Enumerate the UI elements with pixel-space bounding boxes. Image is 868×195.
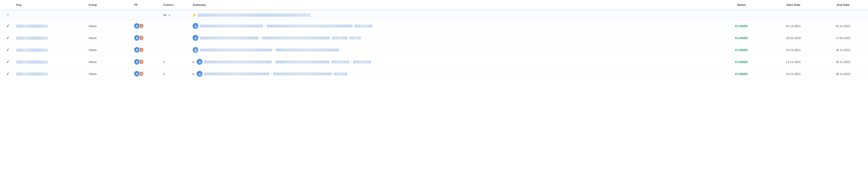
group-end-cell [818, 10, 868, 20]
row1-count [160, 20, 190, 32]
row5-start-date: 10.11.2021 [769, 68, 818, 80]
row4-end-date-text: 26.11.2021 [836, 60, 850, 64]
row4-summary-part2 [275, 61, 330, 64]
row2-tp: ● [131, 32, 160, 44]
table-row: ✓ Atlass ● [0, 56, 868, 68]
row4-tp: ● [131, 56, 160, 68]
row4-count-value: 2 [163, 60, 165, 64]
row4-key-blurred [16, 61, 48, 64]
row1-summary-part1 [200, 25, 263, 28]
row4-check: ✓ [0, 56, 13, 68]
row1-start-date: 01.12.2021 [769, 20, 818, 32]
col-count-label: Count L [163, 3, 174, 6]
col-header-tp: TP [131, 0, 160, 10]
jira-summary-icon [198, 72, 201, 75]
row1-check: ✓ [0, 20, 13, 32]
col-summary-label: Summary [193, 3, 206, 6]
checkmark-icon: ✓ [6, 48, 9, 52]
row2-summary-part1 [200, 37, 258, 39]
group-key-cell [13, 10, 86, 20]
table-header-row: Key Comp TP Count L Summary [0, 0, 868, 10]
group-status-cell [714, 10, 769, 20]
row1-key[interactable] [13, 20, 86, 32]
col-start-label: Start Date [786, 3, 800, 6]
col-tp-label: TP [134, 3, 138, 6]
row1-summary: • [190, 20, 714, 32]
row2-status-badge: CLOSED [735, 36, 748, 40]
row1-summary-part3 [354, 25, 373, 28]
row5-key-blurred [16, 72, 48, 76]
row1-end-date-text: 01.12.2021 [836, 24, 850, 28]
row4-end-date: 26.11.2021 [818, 56, 868, 68]
svg-point-7 [199, 61, 200, 62]
row1-status-badge: CLOSED [735, 24, 748, 28]
row1-comp-text: Atlass [89, 24, 96, 28]
row2-start-date-text: 15.02.2022 [786, 36, 801, 40]
svg-point-12 [199, 73, 200, 74]
jira-icon [135, 24, 138, 28]
row2-key[interactable] [13, 32, 86, 44]
row1-summary-icon [193, 23, 198, 29]
row2-summary-part3 [332, 37, 348, 39]
row4-summary-part3 [331, 61, 349, 64]
row4-summary-part1 [204, 61, 272, 64]
row5-check: ✓ [0, 68, 13, 80]
row5-summary-part3 [334, 72, 347, 75]
row3-summary-part2 [276, 48, 339, 51]
col-end-label: End Date [837, 3, 849, 6]
row4-summary-part4 [353, 61, 371, 64]
row2-summary-icon [193, 35, 198, 41]
row5-expand-arrow[interactable]: ▶ [193, 72, 194, 75]
col-header-status: Status [714, 0, 769, 10]
jira-summary-icon [194, 37, 197, 39]
data-table: Key Comp TP Count L Summary [0, 0, 868, 80]
row2-status: CLOSED [714, 32, 769, 44]
row2-start-date: 15.02.2022 [769, 32, 818, 44]
checkmark-icon: ✓ [6, 36, 9, 40]
col-header-count: Count L [160, 0, 190, 10]
row4-comp-text: Atlass [89, 60, 96, 64]
jira-icon [135, 48, 138, 51]
row5-key[interactable] [13, 68, 86, 80]
row3-comp-text: Atlass [89, 48, 96, 52]
row2-summary: • [190, 32, 714, 44]
row5-comp: Atlass [86, 68, 131, 80]
group-tp-cell [131, 10, 160, 20]
group-check-cell: ✳ [0, 10, 13, 20]
svg-point-1 [195, 25, 196, 26]
group-summary-cell: 📁 [190, 10, 714, 20]
row3-summary: • [190, 44, 714, 56]
col-header-start-date: Start Date [769, 0, 818, 10]
row4-count: 2 [160, 56, 190, 68]
table-row: ✓ Atlass ● [0, 20, 868, 32]
row2-comp: Atlass [86, 32, 131, 44]
row5-status-badge: CLOSED [735, 72, 748, 76]
svg-point-5 [195, 49, 196, 50]
lines-icon [140, 72, 143, 75]
row4-tp-avatar [134, 59, 140, 65]
row4-start-date: 11.11.2021 [769, 56, 818, 68]
row2-check: ✓ [0, 32, 13, 44]
row1-start-date-text: 01.12.2021 [786, 24, 801, 28]
row3-key[interactable] [13, 44, 86, 56]
group-count-arrow[interactable]: ▼ [168, 14, 170, 16]
jira-icon [135, 36, 138, 39]
table-row: ✓ Atlass ● [0, 44, 868, 56]
row5-summary-part1 [204, 72, 270, 75]
row3-summary-part1 [200, 48, 272, 51]
row4-summary-icon [197, 59, 203, 65]
row5-summary: ▶ • [190, 68, 714, 80]
col-header-key[interactable]: Key [13, 0, 86, 10]
row4-key[interactable] [13, 56, 86, 68]
row2-end-date-text: 17.02.2022 [836, 36, 850, 40]
row4-comp: Atlass [86, 56, 131, 68]
row4-expand-arrow[interactable]: ▶ [193, 61, 194, 64]
col-header-comp[interactable]: Comp [86, 0, 131, 10]
row5-count: 3 [160, 68, 190, 80]
row1-tp: ● [131, 20, 160, 32]
table-row: ✓ Atlass [0, 68, 868, 80]
row1-summary-part2 [267, 25, 352, 28]
row2-end-date: 17.02.2022 [818, 32, 868, 44]
jira-icon [135, 72, 138, 75]
row2-comp-text: Atlass [89, 36, 96, 40]
